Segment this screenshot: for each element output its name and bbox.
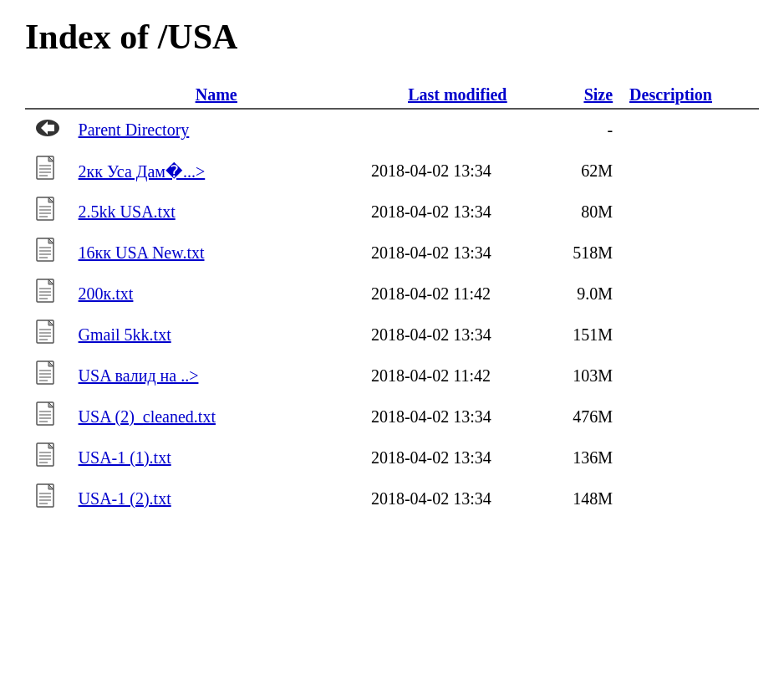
file-icon	[36, 167, 59, 186]
modified-header: Last modified	[363, 82, 552, 109]
modified-sort-link[interactable]: Last modified	[408, 85, 507, 104]
size-cell: 136M	[552, 437, 621, 478]
description-cell	[621, 151, 759, 192]
size-cell: -	[552, 109, 621, 151]
table-row: 2.5kk USA.txt2018-04-02 13:3480M	[25, 192, 759, 233]
description-header: Description	[621, 82, 759, 109]
size-cell: 518M	[552, 233, 621, 274]
size-cell: 62M	[552, 151, 621, 192]
file-icon	[36, 208, 59, 227]
last-modified-cell: 2018-04-02 13:34	[363, 233, 552, 274]
icon-cell	[25, 109, 70, 151]
name-sort-link[interactable]: Name	[196, 85, 237, 104]
description-cell	[621, 192, 759, 233]
description-cell	[621, 109, 759, 151]
table-row: USA-1 (1).txt2018-04-02 13:34136M	[25, 437, 759, 478]
file-name-cell: USA-1 (1).txt	[70, 437, 363, 478]
table-row: 16кк USA New.txt2018-04-02 13:34518M	[25, 233, 759, 274]
file-icon	[36, 290, 59, 309]
description-sort-link[interactable]: Description	[629, 85, 712, 104]
file-link[interactable]: 2кк Уса Дам�...>	[79, 162, 206, 181]
file-name-cell: 16кк USA New.txt	[70, 233, 363, 274]
file-name-cell: 200к.txt	[70, 274, 363, 314]
file-icon	[36, 495, 59, 514]
table-row: USA (2)_cleaned.txt2018-04-02 13:34476M	[25, 396, 759, 437]
icon-cell	[25, 192, 70, 233]
file-link[interactable]: Parent Directory	[79, 120, 190, 139]
size-cell: 80M	[552, 192, 621, 233]
file-link[interactable]: 200к.txt	[79, 284, 134, 303]
size-cell: 476M	[552, 396, 621, 437]
file-link[interactable]: USA (2)_cleaned.txt	[79, 407, 216, 426]
name-header: Name	[70, 82, 363, 109]
last-modified-cell: 2018-04-02 13:34	[363, 396, 552, 437]
description-cell	[621, 396, 759, 437]
table-row: USA-1 (2).txt2018-04-02 13:34148M	[25, 478, 759, 519]
size-header: Size	[552, 82, 621, 109]
last-modified-cell: 2018-04-02 13:34	[363, 192, 552, 233]
table-header-row: Name Last modified Size Description	[25, 82, 759, 109]
last-modified-cell	[363, 109, 552, 151]
last-modified-cell: 2018-04-02 13:34	[363, 151, 552, 192]
last-modified-cell: 2018-04-02 13:34	[363, 478, 552, 519]
icon-cell	[25, 355, 70, 396]
description-cell	[621, 233, 759, 274]
icon-cell	[25, 151, 70, 192]
file-name-cell: USA-1 (2).txt	[70, 478, 363, 519]
file-icon	[36, 454, 59, 473]
table-row: Gmail 5kk.txt2018-04-02 13:34151M	[25, 314, 759, 355]
table-row: 2кк Уса Дам�...>2018-04-02 13:3462M	[25, 151, 759, 192]
last-modified-cell: 2018-04-02 11:42	[363, 274, 552, 314]
last-modified-cell: 2018-04-02 13:34	[363, 314, 552, 355]
file-icon	[36, 331, 59, 350]
size-cell: 103M	[552, 355, 621, 396]
icon-cell	[25, 233, 70, 274]
table-row: Parent Directory-	[25, 109, 759, 151]
file-link[interactable]: 16кк USA New.txt	[79, 243, 205, 262]
size-cell: 148M	[552, 478, 621, 519]
file-name-cell: 2кк Уса Дам�...>	[70, 151, 363, 192]
last-modified-cell: 2018-04-02 11:42	[363, 355, 552, 396]
icon-header	[25, 82, 70, 109]
file-link[interactable]: Gmail 5kk.txt	[79, 325, 171, 344]
description-cell	[621, 314, 759, 355]
file-name-cell: 2.5kk USA.txt	[70, 192, 363, 233]
description-cell	[621, 355, 759, 396]
file-link[interactable]: USA-1 (1).txt	[79, 448, 171, 467]
file-name-cell: Gmail 5kk.txt	[70, 314, 363, 355]
size-cell: 9.0M	[552, 274, 621, 314]
size-sort-link[interactable]: Size	[584, 85, 613, 104]
description-cell	[621, 274, 759, 314]
file-listing-table: Name Last modified Size Description Pare…	[25, 82, 759, 519]
file-name-cell: Parent Directory	[70, 109, 363, 151]
file-link[interactable]: USA валид на ..>	[79, 366, 199, 385]
last-modified-cell: 2018-04-02 13:34	[363, 437, 552, 478]
file-icon	[36, 372, 59, 391]
size-cell: 151M	[552, 314, 621, 355]
file-link[interactable]: 2.5kk USA.txt	[79, 202, 176, 221]
icon-cell	[25, 478, 70, 519]
description-cell	[621, 437, 759, 478]
file-name-cell: USA валид на ..>	[70, 355, 363, 396]
table-row: 200к.txt2018-04-02 11:429.0M	[25, 274, 759, 314]
file-name-cell: USA (2)_cleaned.txt	[70, 396, 363, 437]
icon-cell	[25, 437, 70, 478]
icon-cell	[25, 314, 70, 355]
file-icon	[36, 249, 59, 268]
icon-cell	[25, 274, 70, 314]
icon-cell	[25, 396, 70, 437]
description-cell	[621, 478, 759, 519]
file-icon	[36, 413, 59, 432]
parent-directory-icon	[34, 126, 61, 145]
file-link[interactable]: USA-1 (2).txt	[79, 489, 171, 508]
table-row: USA валид на ..>2018-04-02 11:42103M	[25, 355, 759, 396]
page-title: Index of /USA	[25, 17, 759, 57]
